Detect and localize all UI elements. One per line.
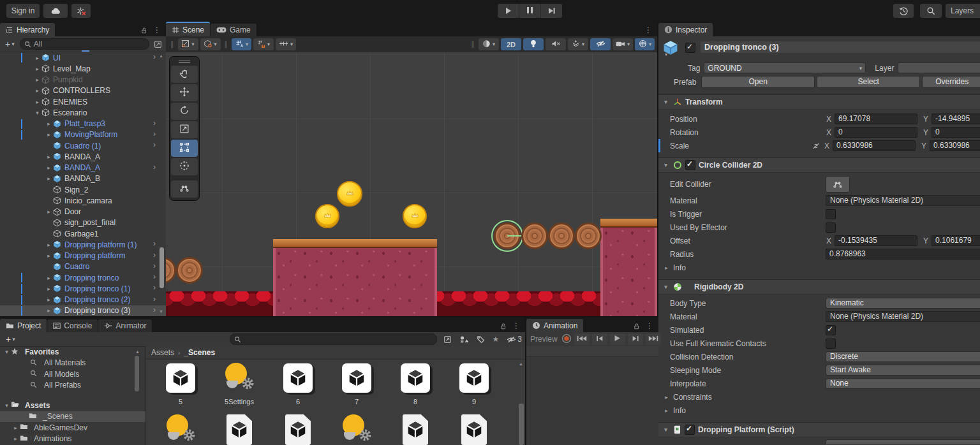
edit-collider-button[interactable] <box>826 176 850 193</box>
create-object-button[interactable]: + <box>3 39 17 49</box>
search-window-icon[interactable] <box>443 335 452 344</box>
fold-icon[interactable] <box>662 284 670 290</box>
rect-tool-button[interactable] <box>171 140 198 157</box>
log-sprite[interactable] <box>575 222 602 249</box>
panel-menu-icon[interactable] <box>512 321 520 330</box>
fold-icon[interactable] <box>45 275 53 281</box>
hierarchy-item[interactable]: BANDA_A <box>0 163 166 173</box>
position-y-field[interactable]: -14.94895 <box>932 113 980 124</box>
fold-icon[interactable] <box>33 110 41 116</box>
hierarchy-item[interactable]: Cuadro (1) <box>0 140 166 151</box>
used-by-effector-checkbox[interactable] <box>826 222 836 233</box>
fold-icon[interactable] <box>662 99 670 105</box>
hierarchy-item[interactable]: BANDA_A <box>0 151 166 162</box>
fold-icon[interactable] <box>662 427 670 433</box>
layers-dropdown[interactable]: Layers <box>946 4 980 18</box>
fold-icon[interactable] <box>662 162 670 168</box>
asset-grid-item[interactable] <box>269 413 327 445</box>
asset-grid-item[interactable]: 9 <box>445 361 503 413</box>
panel-menu-icon[interactable] <box>644 26 652 34</box>
prefab-chevron-icon[interactable] <box>153 283 156 292</box>
collision-detection-dropdown[interactable]: Discrete <box>826 351 980 362</box>
draw-mode-button[interactable] <box>178 38 198 50</box>
favorites-item[interactable]: All Materials <box>0 358 145 369</box>
hierarchy-item[interactable]: CONTROLLERS <box>0 85 166 96</box>
scale-tool-button[interactable] <box>171 121 198 138</box>
prefab-select-button[interactable]: Select <box>817 76 920 88</box>
prefab-overrides-button[interactable]: Overrides <box>922 76 980 88</box>
fold-icon[interactable] <box>45 208 53 215</box>
hierarchy-item[interactable]: sign_post_final <box>0 217 166 228</box>
camera-preview-button[interactable] <box>612 38 633 50</box>
scroll-up-arrow[interactable]: ▲ <box>159 54 163 58</box>
fold-icon[interactable] <box>45 131 53 138</box>
hierarchy-search-input[interactable]: All <box>20 38 149 50</box>
hierarchy-item[interactable]: Dropping tronco (1) <box>0 283 166 294</box>
pivot-mode-button[interactable] <box>200 38 221 50</box>
rotation-y-field[interactable]: 0 <box>932 127 980 138</box>
snap-magnet-button[interactable] <box>253 38 274 50</box>
cloud-button[interactable] <box>43 4 68 18</box>
fold-icon[interactable] <box>45 252 53 259</box>
asset-grid-item[interactable]: 5 <box>151 361 210 413</box>
tab-project[interactable]: Project <box>0 319 47 332</box>
hierarchy-item[interactable]: Dropping platform (1) <box>0 239 166 250</box>
log-sprite[interactable] <box>548 222 575 249</box>
offset-x-field[interactable]: -0.1539435 <box>835 235 917 246</box>
scale-x-field[interactable]: 0.6330986 <box>833 140 916 151</box>
favorites-item[interactable]: All Models <box>0 368 145 380</box>
fold-icon[interactable] <box>45 286 53 292</box>
offset-y-field[interactable]: 0.1061679 <box>932 235 980 246</box>
preview-toggle[interactable]: Preview <box>530 335 558 344</box>
hierarchy-item[interactable]: Platt_trasp3 <box>0 119 166 129</box>
hierarchy-item[interactable]: Dropping tronco <box>0 272 166 283</box>
script-header[interactable]: Dropping Platform (Script) <box>658 422 980 437</box>
prefab-chevron-icon[interactable] <box>153 140 156 149</box>
collab-button[interactable] <box>71 4 91 18</box>
full-kinematic-checkbox[interactable] <box>826 339 836 349</box>
next-key-button[interactable] <box>628 333 643 345</box>
hierarchy-item[interactable]: ENEMIES <box>0 96 166 107</box>
scroll-down-arrow[interactable]: ▼ <box>159 309 163 314</box>
circle-collider-header[interactable]: Circle Collider 2D <box>658 157 980 173</box>
prefab-chevron-icon[interactable] <box>153 163 156 171</box>
tool-strip-handle[interactable] <box>171 58 198 64</box>
undo-history-button[interactable] <box>893 4 914 18</box>
material-object-field[interactable]: None (Physics Material 2D) <box>826 195 980 206</box>
search-window-button[interactable] <box>152 39 163 49</box>
prefab-expand-icon[interactable]: ▾ <box>665 52 667 57</box>
scale-y-field[interactable]: 0.6330986 <box>930 140 980 151</box>
first-key-button[interactable] <box>574 333 590 345</box>
active-checkbox[interactable] <box>685 43 695 53</box>
hierarchy-item[interactable]: Sign_2 <box>0 184 166 195</box>
move-tool-button[interactable] <box>171 84 198 101</box>
2d-toggle-button[interactable]: 2D <box>501 38 521 50</box>
rotation-x-field[interactable]: 0 <box>835 127 917 138</box>
filter-by-type-icon[interactable] <box>459 335 469 344</box>
hierarchy-item[interactable]: Door <box>0 207 166 217</box>
hierarchy-item[interactable]: UI <box>0 52 166 63</box>
fold-icon[interactable] <box>33 55 41 61</box>
hand-tool-button[interactable] <box>171 66 198 83</box>
prefab-chevron-icon[interactable] <box>153 129 156 138</box>
hierarchy-item[interactable]: Level_Map <box>0 63 166 74</box>
constraints-foldout[interactable]: Constraints <box>658 390 980 404</box>
panel-menu-icon[interactable] <box>646 321 653 330</box>
hierarchy-item[interactable]: BANDA_B <box>0 173 166 184</box>
hidden-packages-toggle[interactable]: 3 <box>507 335 522 344</box>
lighting-toggle-button[interactable] <box>523 38 544 50</box>
prefab-chevron-icon[interactable] <box>153 305 156 314</box>
last-key-button[interactable] <box>646 333 661 345</box>
tab-animation[interactable]: Animation <box>526 319 583 332</box>
prefab-open-button[interactable]: Open <box>701 76 815 88</box>
hierarchy-item[interactable]: Pumpkid <box>0 75 166 85</box>
fold-icon[interactable] <box>45 164 53 171</box>
prefab-chevron-icon[interactable] <box>153 52 156 61</box>
gizmos-toggle-button[interactable] <box>635 38 655 50</box>
asset-folder[interactable]: _Scenes <box>0 411 145 423</box>
asset-folder[interactable]: Animations <box>0 434 145 445</box>
global-search-button[interactable] <box>920 4 942 18</box>
tab-hierarchy[interactable]: Hierarchy <box>0 23 55 36</box>
tab-animator[interactable]: Animator <box>98 319 152 332</box>
hierarchy-scrollbar[interactable] <box>160 247 164 288</box>
